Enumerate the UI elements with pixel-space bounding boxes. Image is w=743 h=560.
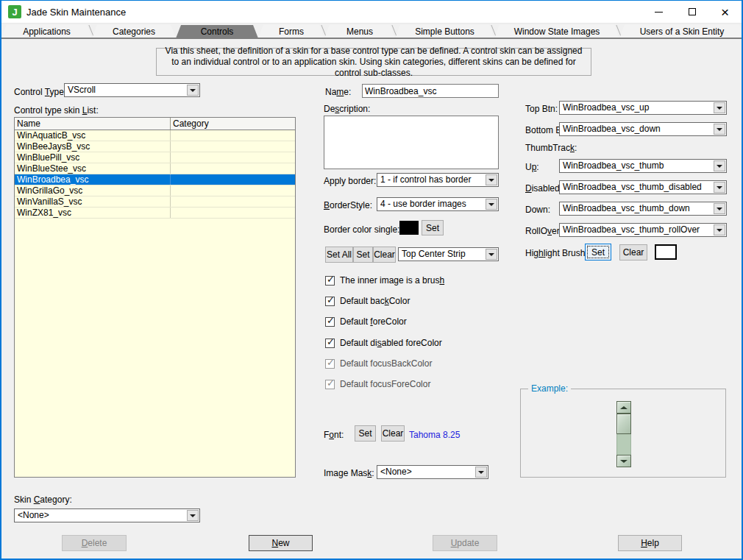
table-row[interactable]: WinZX81_vsc [15, 208, 295, 219]
scroll-up-button-preview [616, 401, 631, 414]
chevron-down-icon[interactable] [486, 199, 497, 210]
tab-menus[interactable]: Menus [324, 25, 395, 38]
thumb-up-label: Up: [525, 162, 539, 172]
checkbox-default-forecolor[interactable]: ✓ Default foreColor [325, 316, 407, 327]
table-row-selected[interactable]: WinBroadbea_vsc [15, 174, 295, 185]
column-header-name[interactable]: Name [15, 118, 171, 130]
close-button[interactable] [708, 1, 742, 23]
skin-list-label: Control type skin List: [14, 105, 99, 116]
chevron-down-icon[interactable] [714, 124, 725, 135]
title-bar: J Jade Skin Maintenance [1, 1, 742, 23]
bottom-btn-select[interactable]: WinBroadbea_vsc_down [559, 122, 727, 136]
border-style-select[interactable]: 4 - use border images [377, 197, 499, 211]
strip-clear-button[interactable]: Clear [373, 247, 396, 263]
arrow-up-icon [620, 406, 628, 409]
chevron-down-icon[interactable] [714, 182, 725, 193]
checkbox-icon: ✓ [325, 380, 335, 389]
table-row[interactable]: WinBeeJaysB_vsc [15, 141, 295, 152]
border-style-label: BorderStyle: [324, 200, 372, 210]
chevron-down-icon[interactable] [187, 510, 199, 521]
scroll-thumb-preview [616, 414, 631, 434]
checkbox-default-backcolor[interactable]: ✓ Default backColor [325, 296, 410, 306]
strip-select[interactable]: Top Center Strip [398, 247, 499, 261]
chevron-down-icon[interactable] [714, 102, 725, 113]
table-row[interactable]: WinAquaticB_vsc [15, 130, 295, 141]
sheet-description: Via this sheet, the definition of a skin… [156, 48, 591, 76]
control-type-select[interactable]: VScroll [64, 83, 200, 97]
highlight-clear-button[interactable]: Clear [619, 244, 647, 260]
description-field[interactable] [324, 116, 499, 169]
chevron-down-icon[interactable] [486, 174, 497, 185]
chevron-down-icon[interactable] [187, 85, 199, 96]
example-groupbox: Example: [520, 389, 726, 478]
control-type-label: Control Type: [14, 87, 66, 97]
maximize-button[interactable] [675, 1, 708, 23]
tab-applications[interactable]: Applications [1, 25, 92, 38]
name-field[interactable] [362, 84, 499, 98]
thumb-disabled-select[interactable]: WinBroadbea_vsc_thumb_disabled [559, 180, 727, 194]
app-icon: J [8, 5, 21, 18]
chevron-down-icon[interactable] [714, 160, 725, 171]
skin-category-select[interactable]: <None> [14, 508, 200, 522]
minimize-button[interactable] [642, 1, 675, 23]
checkbox-icon: ✓ [325, 297, 335, 306]
chevron-down-icon[interactable] [486, 249, 497, 260]
strip-set-button[interactable]: Set [353, 247, 373, 263]
thumbtrack-label: ThumbTrack: [525, 143, 577, 153]
jade-skin-maintenance-window: J Jade Skin Maintenance Applications Cat… [0, 0, 743, 560]
chevron-down-icon[interactable] [714, 203, 725, 214]
tab-simple-buttons[interactable]: Simple Buttons [395, 25, 494, 38]
strip-set-all-button[interactable]: Set All [325, 247, 353, 263]
window-title: Jade Skin Maintenance [26, 7, 126, 18]
scroll-down-button-preview [616, 455, 631, 467]
chevron-down-icon[interactable] [475, 467, 487, 478]
column-header-category[interactable]: Category [171, 118, 295, 130]
table-row[interactable]: WinGrillaGo_vsc [15, 185, 295, 196]
tab-bar-underline [1, 38, 742, 39]
tab-users-of-a-skin-entity[interactable]: Users of a Skin Entity [619, 25, 743, 38]
tab-bar: Applications Categories Controls Forms M… [1, 23, 742, 39]
arrow-down-icon [620, 460, 628, 463]
delete-button: Delete [62, 535, 127, 551]
checkbox-default-disabled-forecolor[interactable]: ✓ Default disabled foreColor [325, 338, 442, 348]
top-btn-select[interactable]: WinBroadbea_vsc_up [559, 101, 727, 115]
checkbox-default-focusbackcolor: ✓ Default focusBackColor [325, 358, 432, 369]
tab-categories[interactable]: Categories [92, 25, 176, 38]
image-mask-select[interactable]: <None> [377, 465, 488, 479]
highlight-brush-label: Highlight Brush: [525, 248, 588, 258]
table-row[interactable]: WinVanillaS_vsc [15, 196, 295, 208]
thumb-up-select[interactable]: WinBroadbea_vsc_thumb [559, 159, 727, 173]
apply-border-select[interactable]: 1 - if control has border [377, 173, 499, 187]
thumb-rollover-label: RollOver: [525, 226, 562, 236]
thumb-rollover-select[interactable]: WinBroadbea_vsc_thumb_rollOver [559, 223, 727, 237]
table-row[interactable]: WinBluePill_vsc [15, 152, 295, 163]
chevron-down-icon[interactable] [714, 224, 725, 235]
top-btn-label: Top Btn: [525, 104, 558, 114]
highlight-set-button[interactable]: Set [585, 244, 611, 260]
image-mask-label: Image Mask: [324, 468, 374, 478]
new-button[interactable]: New [249, 535, 313, 551]
border-color-set-button[interactable]: Set [422, 220, 444, 235]
tab-forms[interactable]: Forms [258, 25, 324, 38]
tab-window-state-images[interactable]: Window State Images [494, 25, 619, 38]
font-clear-button[interactable]: Clear [381, 425, 405, 442]
checkbox-inner-image-is-brush[interactable]: ✓ The inner image is a brush [325, 275, 444, 286]
minimize-icon [655, 12, 663, 13]
skin-category-label: Skin Category: [14, 495, 72, 505]
table-row[interactable]: WinBlueStee_vsc [15, 163, 295, 174]
thumb-down-label: Down: [525, 205, 550, 215]
thumb-down-select[interactable]: WinBroadbea_vsc_thumb_down [559, 202, 727, 216]
apply-border-label: Apply border: [324, 176, 376, 186]
checkbox-icon: ✓ [325, 276, 335, 286]
help-button[interactable]: Help [618, 535, 682, 551]
name-label: Name: [325, 87, 351, 97]
control-type-skin-list: Name Category WinAquaticB_vsc WinBeeJays… [14, 117, 296, 478]
vscroll-preview [616, 401, 631, 467]
font-label: Font: [324, 430, 344, 440]
checkbox-default-focusforecolor: ✓ Default focusForeColor [325, 379, 430, 389]
update-button: Update [433, 535, 497, 551]
font-set-button[interactable]: Set [355, 425, 376, 442]
example-label: Example: [528, 383, 571, 394]
tab-controls[interactable]: Controls [176, 25, 258, 38]
thumb-disabled-label: Disabled: [525, 183, 562, 194]
